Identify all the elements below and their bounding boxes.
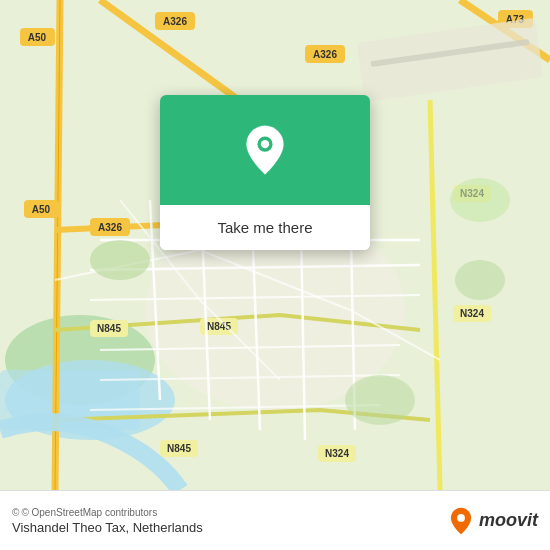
moovit-pin-icon (447, 507, 475, 535)
footer: © © OpenStreetMap contributors Vishandel… (0, 490, 550, 550)
svg-point-37 (261, 140, 269, 148)
map-container: A50 A50 A326 A326 A73 A326 N324 N324 N32… (0, 0, 550, 490)
svg-text:A50: A50 (32, 204, 51, 215)
svg-text:A326: A326 (313, 49, 337, 60)
svg-text:N845: N845 (97, 323, 121, 334)
svg-point-32 (450, 178, 510, 222)
osm-credit-text: © OpenStreetMap contributors (21, 507, 157, 518)
svg-text:N845: N845 (167, 443, 191, 454)
copyright-symbol: © (12, 507, 19, 518)
svg-text:A326: A326 (163, 16, 187, 27)
svg-text:N324: N324 (460, 308, 484, 319)
svg-text:N324: N324 (325, 448, 349, 459)
footer-left: © © OpenStreetMap contributors Vishandel… (12, 507, 203, 535)
svg-point-38 (457, 514, 465, 522)
moovit-logo: moovit (447, 507, 538, 535)
svg-point-30 (345, 375, 415, 425)
moovit-brand-text: moovit (479, 510, 538, 531)
location-pin-icon (239, 124, 291, 176)
svg-point-31 (455, 260, 505, 300)
svg-text:A50: A50 (28, 32, 47, 43)
popup-card: Take me there (160, 95, 370, 250)
popup-header (160, 95, 370, 205)
svg-text:A326: A326 (98, 222, 122, 233)
osm-attribution: © © OpenStreetMap contributors (12, 507, 203, 518)
svg-point-29 (90, 240, 150, 280)
location-name: Vishandel Theo Tax, Netherlands (12, 520, 203, 535)
take-me-there-button[interactable]: Take me there (160, 205, 370, 250)
